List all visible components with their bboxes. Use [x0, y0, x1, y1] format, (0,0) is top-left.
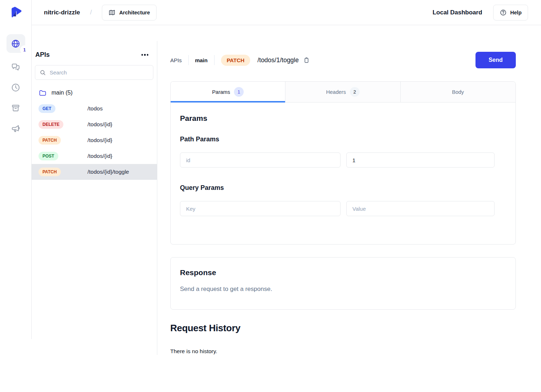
sidebar-header: APIs: [32, 41, 157, 64]
query-params-row: [180, 201, 494, 216]
app-root: 1: [0, 0, 541, 392]
folder-label: main (5): [51, 90, 73, 96]
breadcrumb-divider: [214, 55, 215, 65]
endpoint-row-patch-todo[interactable]: PATCH /todos/{id}: [32, 132, 157, 148]
topbar-right: Local Dashboard Help: [433, 5, 528, 20]
breadcrumb-separator: /: [90, 9, 92, 16]
request-bar: APIs main PATCH /todos/1/toggle Send: [170, 52, 516, 68]
request-config-card: Params 1 Headers 2 Body Params Path Para…: [170, 81, 516, 245]
apis-count-badge: 1: [20, 45, 29, 54]
globe-icon: [11, 39, 21, 49]
apis-sidebar: APIs main (5) GET /todos DELETE /todos/{…: [32, 41, 157, 355]
method-badge: PATCH: [39, 136, 61, 145]
request-history-empty: There is no history.: [170, 348, 516, 355]
search-icon: [40, 69, 46, 76]
tab-body-label: Body: [452, 89, 464, 95]
search-input[interactable]: [50, 69, 149, 76]
endpoint-row-get-todos[interactable]: GET /todos: [32, 101, 157, 117]
request-history-title: Request History: [170, 323, 516, 334]
endpoint-route: /todos/{id}/toggle: [87, 169, 129, 175]
icon-rail: 1: [0, 0, 32, 339]
tab-headers-badge: 2: [350, 87, 360, 97]
params-panel: Params Path Params Query Params: [171, 102, 515, 244]
sidebar-item-schedules[interactable]: [11, 83, 21, 92]
tab-params-label: Params: [212, 89, 230, 95]
chat-bubbles-icon: [11, 62, 21, 72]
endpoint-row-patch-toggle[interactable]: PATCH /todos/{id}/toggle: [32, 164, 157, 180]
send-button[interactable]: Send: [475, 52, 516, 68]
path-params-row: [180, 152, 494, 168]
tab-params-badge: 1: [234, 87, 244, 97]
tab-row: Params 1 Headers 2 Body: [171, 82, 515, 102]
clipboard-icon: [303, 57, 310, 64]
query-param-key-input[interactable]: [180, 201, 341, 216]
tab-headers-label: Headers: [326, 89, 346, 95]
query-params-title: Query Params: [180, 184, 494, 192]
help-button-label: Help: [510, 10, 522, 15]
sidebar-item-storage[interactable]: [11, 103, 21, 113]
endpoint-row-delete-todo[interactable]: DELETE /todos/{id}: [32, 117, 157, 132]
request-path: /todos/1/toggle: [257, 56, 299, 64]
endpoint-route: /todos/{id}: [87, 121, 112, 128]
method-badge: DELETE: [39, 120, 63, 129]
sidebar-item-topics[interactable]: [11, 124, 21, 133]
breadcrumb-group: main: [195, 57, 208, 63]
map-icon: [108, 9, 116, 16]
architecture-button-label: Architecture: [119, 10, 150, 15]
sidebar-menu-button[interactable]: [140, 53, 150, 57]
method-badge: POST: [39, 152, 58, 160]
page-title: Local Dashboard: [433, 9, 482, 16]
path-param-key-input[interactable]: [180, 152, 341, 168]
help-button[interactable]: Help: [493, 5, 528, 20]
response-card: Response Send a request to get a respons…: [170, 257, 516, 310]
breadcrumb-divider: [188, 55, 189, 65]
response-title: Response: [180, 268, 506, 277]
sidebar-item-apis[interactable]: 1: [6, 34, 25, 53]
query-param-value-input[interactable]: [346, 201, 495, 216]
sidebar-title: APIs: [35, 51, 50, 59]
tab-params[interactable]: Params 1: [171, 82, 285, 102]
architecture-button[interactable]: Architecture: [102, 5, 156, 20]
tab-body[interactable]: Body: [401, 82, 515, 102]
method-badge: GET: [39, 104, 55, 113]
query-params-section: Query Params: [180, 184, 494, 216]
endpoint-row-post-todo[interactable]: POST /todos/{id}: [32, 148, 157, 164]
endpoint-route: /todos/{id}: [87, 153, 112, 159]
archive-box-icon: [11, 103, 21, 113]
request-method-badge: PATCH: [221, 55, 250, 66]
nitric-logo-icon: [9, 6, 22, 19]
path-param-value-input[interactable]: [346, 152, 495, 168]
copy-path-button[interactable]: [303, 57, 310, 64]
folder-icon: [39, 89, 47, 97]
params-title: Params: [180, 114, 494, 123]
top-bar: nitric-drizzle / Architecture Local Dash…: [32, 0, 541, 25]
method-badge: PATCH: [39, 168, 61, 176]
clock-icon: [11, 83, 21, 92]
search-box: [35, 65, 153, 80]
megaphone-icon: [11, 124, 21, 133]
project-name: nitric-drizzle: [44, 9, 80, 16]
endpoint-route: /todos: [87, 105, 103, 112]
endpoint-route: /todos/{id}: [87, 137, 112, 143]
tab-headers[interactable]: Headers 2: [285, 82, 400, 102]
path-params-title: Path Params: [180, 136, 494, 143]
question-circle-icon: [500, 9, 507, 16]
api-folder-main[interactable]: main (5): [32, 85, 157, 101]
sidebar-item-websockets[interactable]: [11, 62, 21, 72]
response-empty-message: Send a request to get a response.: [180, 286, 506, 293]
main-content: APIs main PATCH /todos/1/toggle Send Par…: [157, 41, 541, 376]
breadcrumb-apis: APIs: [170, 57, 182, 63]
